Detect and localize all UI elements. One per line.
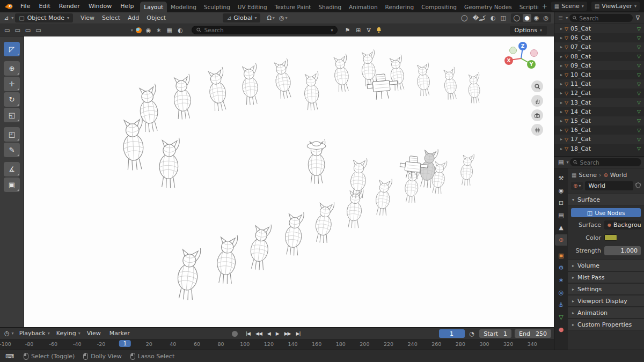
object-name[interactable]: 16_Cat: [570, 127, 635, 134]
tab-output[interactable]: ⊟: [555, 197, 567, 209]
topbar-menu-item[interactable]: File: [16, 1, 34, 11]
frame-end-field[interactable]: End 250: [515, 329, 551, 338]
mode-select[interactable]: ▢ Object Mode ▾: [15, 13, 73, 23]
outliner-row[interactable]: ▸ ▽ 07_Cat ▽: [554, 42, 644, 51]
outliner-search[interactable]: [569, 14, 632, 22]
workspace-tab[interactable]: Shading: [314, 2, 345, 12]
workspace-tab[interactable]: Scripting: [516, 2, 538, 12]
tab-render[interactable]: ◉: [555, 185, 567, 196]
selectable-icon[interactable]: ▽: [637, 146, 641, 151]
properties-search[interactable]: [570, 158, 641, 166]
topbar-menu-item[interactable]: Help: [116, 1, 138, 11]
object-name[interactable]: 05_Cat: [570, 25, 635, 32]
tab-modifiers[interactable]: ⚙: [555, 262, 567, 274]
shading-material-button[interactable]: ◉: [532, 14, 541, 22]
topbar-menu-item[interactable]: Edit: [34, 1, 54, 11]
selectable-icon[interactable]: ▽: [637, 63, 641, 68]
fake-user-shield-button[interactable]: [635, 182, 641, 190]
matcap-icon[interactable]: ◉: [144, 26, 153, 34]
outliner-row[interactable]: ▸ ▽ 18_Cat ▽: [554, 144, 644, 153]
selectable-icon[interactable]: ▽: [637, 109, 641, 114]
frame-start-field[interactable]: Start 1: [479, 329, 511, 338]
world-browse-dropdown[interactable]: ⊕ ▾: [571, 182, 583, 190]
expand-chevron-icon[interactable]: ▸: [560, 128, 562, 132]
object-name[interactable]: 18_Cat: [570, 145, 635, 152]
selectable-icon[interactable]: ▽: [637, 54, 641, 59]
timeline-menu-item[interactable]: Keying▾: [53, 329, 84, 338]
selectable-icon[interactable]: ▽: [637, 128, 641, 133]
tool-header-icon[interactable]: ▭: [34, 26, 42, 34]
add-workspace-button[interactable]: +: [538, 2, 551, 11]
breadcrumb-scene[interactable]: Scene: [579, 172, 597, 179]
filter-funnel-icon[interactable]: ∇: [365, 26, 372, 34]
shading-wireframe-button[interactable]: ◯: [512, 14, 522, 22]
snap-magnet-icon[interactable]: Ω▾: [265, 14, 276, 22]
outliner-row[interactable]: ▸ ▽ 11_Cat ▽: [554, 79, 644, 88]
outliner-row[interactable]: ▸ ▽ 15_Cat ▽: [554, 116, 644, 125]
editor-type-icon[interactable]: ⊿: [3, 14, 10, 22]
tool-rotate[interactable]: ↻: [4, 92, 20, 107]
outliner-row[interactable]: ▸ ▽ 05_Cat ▽: [554, 24, 644, 33]
transform-orientation-dropdown[interactable]: ⊿ Global ▾: [223, 13, 260, 23]
expand-chevron-icon[interactable]: ▸: [560, 45, 562, 49]
object-name[interactable]: 13_Cat: [570, 99, 635, 106]
tool-scale[interactable]: ◱: [4, 108, 20, 122]
viewport-menu-item[interactable]: View: [77, 13, 98, 23]
collapsed-section-header[interactable]: ▸ Volume: [568, 260, 644, 271]
outliner-row[interactable]: ▸ ▽ 16_Cat ▽: [554, 125, 644, 135]
expand-chevron-icon[interactable]: ▸: [560, 82, 562, 86]
outliner-search-input[interactable]: [579, 15, 629, 21]
tab-particles[interactable]: ∗: [555, 275, 567, 286]
expand-chevron-icon[interactable]: ▸: [560, 72, 562, 77]
expand-chevron-icon[interactable]: ▸: [560, 91, 562, 95]
zoom-button[interactable]: [531, 80, 543, 92]
tab-view-layer[interactable]: ▤: [555, 210, 567, 221]
collapsed-section-header[interactable]: ▸ Settings: [568, 283, 644, 295]
notification-bell-icon[interactable]: [376, 27, 382, 33]
selectable-icon[interactable]: ▽: [637, 118, 641, 123]
show-gizmo-button[interactable]: �کے: [471, 14, 487, 22]
shading-solid-button[interactable]: ●: [523, 14, 531, 22]
timeline-menu-item[interactable]: View: [84, 329, 106, 338]
expand-chevron-icon[interactable]: ▸: [560, 146, 562, 151]
jump-to-end-button[interactable]: ▶|: [295, 330, 302, 337]
expand-chevron-icon[interactable]: ▸: [560, 54, 562, 59]
tool-settings-icon[interactable]: ▭: [24, 26, 32, 34]
expand-chevron-icon[interactable]: ▸: [560, 63, 562, 68]
viewport-menu-item[interactable]: Add: [124, 13, 143, 23]
proportional-editing-icon[interactable]: ◎▾: [277, 14, 289, 22]
expand-chevron-icon[interactable]: ▸: [560, 119, 562, 123]
tab-constraints[interactable]: ⚓: [555, 299, 567, 311]
axis-neg-x[interactable]: [531, 50, 538, 57]
selectable-icon[interactable]: ▽: [637, 45, 641, 50]
search-bar[interactable]: ▾: [192, 26, 338, 34]
toggle-grid-button[interactable]: [531, 124, 543, 136]
tool-3d-cursor[interactable]: ⊕: [4, 61, 20, 76]
outliner-row[interactable]: ▸ ▽ 10_Cat ▽: [554, 70, 644, 79]
object-name[interactable]: 17_Cat: [570, 136, 635, 143]
outliner-row[interactable]: ▸ ▽ 17_Cat ▽: [554, 135, 644, 144]
editor-type-icon[interactable]: ▤: [557, 158, 565, 166]
viewport-menu-item[interactable]: Object: [143, 13, 170, 23]
editor-type-icon[interactable]: ≡: [557, 14, 564, 22]
playhead-badge[interactable]: 1: [119, 340, 131, 347]
object-name[interactable]: 12_Cat: [570, 90, 635, 97]
workspace-filter-icon[interactable]: ▭: [13, 26, 21, 34]
object-name[interactable]: 09_Cat: [570, 62, 635, 69]
workspace-tab[interactable]: UV Editing: [234, 2, 271, 12]
expand-chevron-icon[interactable]: ▸: [560, 35, 562, 40]
tab-material[interactable]: ●: [555, 324, 567, 335]
strength-slider[interactable]: 1.000: [604, 246, 641, 255]
editor-type-icon[interactable]: ◷: [3, 329, 11, 337]
timeline-ruler[interactable]: -100-80-60-40-20020406080100120140160180…: [0, 339, 554, 350]
selectable-icon[interactable]: ▽: [637, 91, 641, 96]
object-name[interactable]: 10_Cat: [570, 71, 635, 78]
workspace-tab[interactable]: Sculpting: [200, 2, 234, 12]
camera-view-button[interactable]: [531, 109, 543, 121]
selectable-icon[interactable]: ▽: [637, 26, 641, 32]
collapsed-section-header[interactable]: ▸ Custom Properties: [568, 319, 644, 330]
selectable-icon[interactable]: ▽: [637, 35, 641, 41]
outliner-row[interactable]: ▸ ▽ 08_Cat ▽: [554, 52, 644, 61]
world-name-field[interactable]: World: [585, 181, 633, 190]
tool-move[interactable]: ✛: [4, 77, 20, 91]
